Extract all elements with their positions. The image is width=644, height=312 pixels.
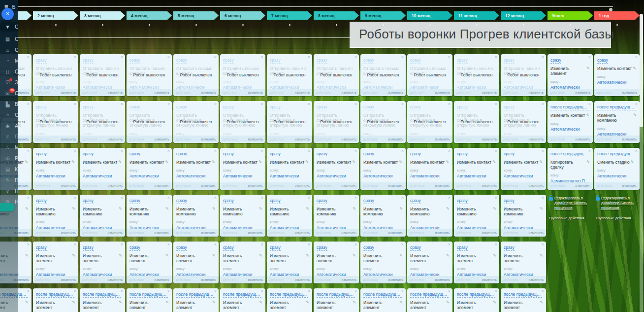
robot-card-disabled[interactable]: × сразу Отправить письмо клиенту кому: А… [127,54,172,96]
card-edit-link[interactable]: изменить [155,278,169,281]
card-edit-link[interactable]: изменить [295,231,310,235]
card-edit-link[interactable]: изменить [248,184,263,188]
sidebar-item[interactable]: ○С [0,111,18,118]
robot-trigger-link[interactable]: сразу [317,58,327,64]
robot-trigger-link[interactable]: после предыдущего, п... [223,292,261,298]
close-icon[interactable]: × [167,289,170,294]
robot-assignee-link[interactable]: Автоматически [410,173,450,178]
card-actions-link[interactable]: действия [223,278,237,281]
robot-card[interactable]: × сразу Изменить компанию ✎ кому: Автома… [314,195,359,237]
close-icon[interactable]: × [401,196,404,200]
close-icon[interactable]: × [495,243,497,247]
card-edit-link[interactable]: изменить [248,91,263,94]
close-icon[interactable]: × [308,149,310,153]
card-edit-link[interactable]: изменить [388,231,403,235]
robot-trigger-link[interactable]: сразу [129,151,140,157]
card-actions-link[interactable]: действия [316,278,331,281]
card-edit-link[interactable]: изменить [482,91,497,94]
robot-trigger-link[interactable]: сразу [504,104,515,110]
robot-card-disabled[interactable]: × сразу Отправить сообщение в открытую л… [501,101,546,143]
close-icon[interactable]: × [121,102,123,106]
robot-card-disabled[interactable]: × сразу Отправить сообщение в открытую л… [454,101,499,143]
edit-pencil-icon[interactable]: ✎ [165,253,169,258]
robot-card[interactable]: × сразу Изменить компанию ✎ кому: Автома… [454,195,499,237]
robot-trigger-link[interactable]: сразу [176,151,187,157]
close-icon[interactable]: × [121,196,123,200]
robot-card[interactable]: × сразу Изменить контакт ✎ кому: Автомат… [407,148,452,190]
card-edit-link[interactable]: изменить [108,278,123,281]
sidebar-item[interactable]: ☑З [0,79,18,86]
robot-card[interactable]: × после предыдущего, п... Изменить элеме… [501,288,546,312]
robot-trigger-link[interactable]: сразу [36,198,47,204]
card-edit-link[interactable]: изменить [388,184,403,188]
sidebar-item[interactable]: ▼С [0,22,18,32]
card-actions-link[interactable]: действия [269,278,284,281]
card-actions-link[interactable]: действия [223,184,237,188]
robot-card[interactable]: × после предыдущего Копировать сделку ✎ … [547,148,593,190]
close-icon[interactable]: × [214,149,217,153]
stage-column-strip[interactable] [173,21,219,29]
robot-trigger-link[interactable]: сразу [363,104,374,110]
close-icon[interactable]: × [74,102,76,106]
group-actions-link[interactable]: Групповые действия [549,216,584,221]
card-actions-link[interactable]: действия [35,231,50,235]
card-edit-link[interactable]: изменить [529,91,544,94]
funnel-stage-tab[interactable]: 12 месяц [501,11,546,20]
card-actions-link[interactable]: действия [176,184,191,188]
edit-pencil-icon[interactable]: ✎ [212,300,216,305]
card-actions-link[interactable]: действия [410,231,424,235]
stage-add-dot-icon[interactable] [242,24,244,26]
card-actions-link[interactable]: действия [35,184,50,188]
edit-pencil-icon[interactable]: ✎ [306,207,309,211]
funnel-stage-tab[interactable]: 11 месяц [454,11,499,20]
robot-trigger-link[interactable]: сразу [457,151,468,157]
card-edit-link[interactable]: изменить [295,138,310,141]
card-edit-link[interactable]: изменить [342,231,356,235]
robot-assignee-link[interactable]: Автоматически [223,173,262,178]
card-edit-link[interactable]: изменить [61,184,76,188]
robot-card-disabled[interactable]: × сразу Отправить сообщение в открытую л… [407,101,452,143]
edit-pencil-icon[interactable]: ✎ [633,66,636,71]
close-icon[interactable]: × [121,55,123,60]
card-actions-link[interactable]: действия [35,91,50,94]
edit-pencil-icon[interactable]: ✎ [446,253,450,258]
stage-add-dot-icon[interactable] [289,24,290,26]
robot-trigger-link[interactable]: сразу [504,245,515,251]
robot-card[interactable]: × сразу Изменить элемент ✎ кому: Автомат… [314,242,359,283]
edit-pencil-icon[interactable]: ✎ [25,300,29,305]
robot-trigger-link[interactable]: сразу [176,245,187,251]
robot-trigger-link[interactable]: после предыдущего, п... [317,292,355,298]
sidebar-item[interactable]: ◔М [0,57,18,64]
robot-card[interactable]: × сразу Изменить элемент ✎ кому: Автомат… [220,242,265,283]
card-edit-link[interactable]: изменить [61,138,76,141]
close-icon[interactable]: × [354,149,357,153]
close-icon[interactable]: × [74,196,76,200]
card-edit-link[interactable]: изменить [529,138,544,141]
close-icon[interactable]: × [354,289,357,294]
card-actions-link[interactable]: действия [456,184,471,188]
close-icon[interactable]: × [495,289,497,294]
robot-card-disabled[interactable]: × сразу Отправить сообщение в открытую л… [173,101,219,143]
card-edit-link[interactable]: изменить [248,138,263,141]
edit-pencil-icon[interactable]: ✎ [633,113,637,118]
close-icon[interactable]: × [542,243,544,247]
robot-card[interactable]: × сразу Изменить элемент ✎ кому: Автомат… [360,242,406,283]
stage-add-dot-icon[interactable] [616,24,618,26]
card-actions-link[interactable]: действия [35,138,50,141]
robot-trigger-link[interactable]: сразу [410,198,421,204]
edit-pencil-icon[interactable]: ✎ [446,160,449,165]
robot-card-disabled[interactable]: × сразу Отправить письмо клиенту кому: А… [267,54,312,96]
edit-pencil-icon[interactable]: ✎ [212,253,216,258]
robot-trigger-link[interactable]: сразу [176,58,187,64]
card-actions-link[interactable]: действия [176,278,191,281]
close-icon[interactable]: × [27,149,30,153]
close-icon[interactable]: × [448,102,451,106]
card-actions-link[interactable]: действия [503,231,518,235]
edit-pencil-icon[interactable]: ✎ [259,207,262,211]
stage-settings-icon[interactable] [609,8,612,11]
card-edit-link[interactable]: изменить [61,278,76,281]
robot-trigger-link[interactable]: сразу [270,245,281,251]
robot-card[interactable]: × после предыдущего, п... Изменить элеме… [80,288,125,312]
close-icon[interactable]: × [261,55,263,60]
robot-trigger-link[interactable]: сразу [223,245,234,251]
